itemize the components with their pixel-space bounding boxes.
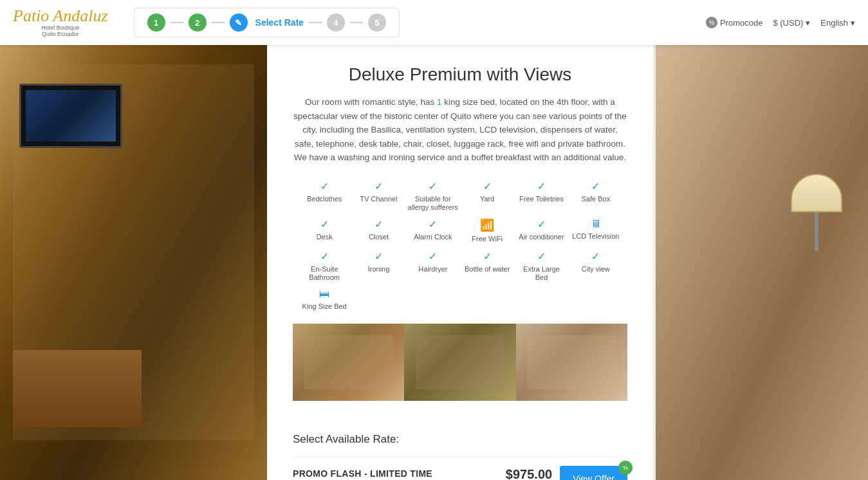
logo: Patio Andaluz Hotel BoutiqueQuito Ecuado… [13, 8, 108, 37]
step-2[interactable]: 2 [189, 14, 207, 32]
amenity-label: LCD Television [572, 232, 619, 241]
currency-label: $ (USD) [773, 18, 803, 28]
step-1[interactable]: 1 [147, 14, 165, 32]
bg-right [656, 45, 868, 480]
photos-row [293, 324, 627, 401]
rate-total-price: $975.00 [490, 467, 552, 480]
bed-icon: 🛏 [319, 288, 329, 300]
step-3[interactable]: ✎ [230, 14, 248, 32]
lcd-icon: 🖥 [591, 218, 601, 230]
amenity-ac: ✓ Air conditioner [516, 218, 566, 243]
step-5[interactable]: 5 [368, 14, 386, 32]
rate-info: PROMO FLASH - LIMITED TIME Flexible Canc… [293, 468, 482, 480]
promo-code-label: Promocode [720, 18, 762, 28]
amenity-label: En-Suite Bathroom [299, 265, 349, 282]
check-icon: ✓ [374, 218, 383, 230]
promo-icon: % [706, 17, 717, 28]
step-3-label: Select Rate [255, 17, 304, 28]
check-icon: ✓ [591, 250, 600, 263]
amenity-label: Air conditioner [519, 233, 564, 241]
amenity-label: Hairdryer [418, 265, 447, 273]
amenity-xlbed: ✓ Extra Large Bed [516, 250, 566, 282]
main-content: Deluxe Premium with Views Our room with … [267, 45, 653, 480]
rate-name: PROMO FLASH - LIMITED TIME [293, 468, 482, 479]
check-icon: ✓ [591, 180, 600, 192]
amenity-desk: ✓ Desk [299, 218, 349, 243]
room-description: Our room with romantic style, has 1 king… [293, 95, 627, 165]
check-icon: ✓ [320, 250, 329, 263]
amenity-label: Free Toiletries [519, 195, 564, 203]
step-dash-4 [350, 22, 363, 23]
amenity-toiletries: ✓ Free Toiletries [516, 180, 566, 212]
photo-thumb-3[interactable] [516, 324, 627, 401]
currency-selector[interactable]: $ (USD) ▾ [773, 18, 810, 28]
lang-label: English [820, 18, 848, 28]
amenity-closet: ✓ Closet [353, 218, 403, 243]
amenity-lcd: 🖥 LCD Television [571, 218, 621, 243]
amenity-kingbed: 🛏 King Size Bed [299, 288, 349, 311]
amenity-yard: ✓ Yard [462, 180, 512, 212]
amenity-ensuite: ✓ En-Suite Bathroom [299, 250, 349, 282]
check-icon: ✓ [374, 250, 383, 263]
rate-price-area: $975.00 $195.00 Per Night [490, 467, 552, 480]
amenity-label: Extra Large Bed [516, 265, 566, 282]
check-icon: ✓ [320, 180, 329, 192]
logo-text: Patio Andaluz [13, 8, 108, 24]
promo-code-link[interactable]: % Promocode [706, 17, 762, 28]
rate-section: Select Available Rate: PROMO FLASH - LIM… [267, 420, 653, 480]
check-icon: ✓ [429, 250, 437, 263]
lang-arrow-icon: ▾ [851, 18, 855, 28]
header-right: % Promocode $ (USD) ▾ English ▾ [706, 17, 855, 28]
progress-bar: 1 2 ✎ Select Rate 4 5 [134, 8, 400, 37]
amenity-label: Closet [369, 233, 389, 241]
bg-left [0, 45, 267, 480]
desc-part1: Our room with romantic style, has [305, 97, 437, 107]
photo-thumb-1[interactable] [293, 324, 404, 401]
amenity-label: Suitable for allergy sufferers [408, 195, 458, 212]
rate-section-title: Select Available Rate: [293, 433, 627, 446]
amenity-label: Free WiFi [472, 235, 503, 243]
room-title: Deluxe Premium with Views [293, 64, 627, 85]
amenity-allergy: ✓ Suitable for allergy sufferers [408, 180, 458, 212]
check-icon: ✓ [429, 180, 437, 192]
header: Patio Andaluz Hotel BoutiqueQuito Ecuado… [0, 0, 868, 45]
amenity-ironing: ✓ Ironing [353, 250, 403, 282]
amenity-label: Safe Box [582, 195, 611, 203]
step-dash-3 [309, 22, 322, 23]
amenity-label: Bedclothes [307, 195, 342, 203]
check-icon: ✓ [537, 218, 546, 230]
amenity-bedclothes: ✓ Bedclothes [299, 180, 349, 212]
wifi-icon: 📶 [480, 218, 494, 232]
step-4[interactable]: 4 [327, 14, 345, 32]
promo-badge: % [618, 461, 633, 475]
amenity-label: Bottle of water [465, 265, 510, 273]
check-icon: ✓ [374, 180, 383, 192]
check-icon: ✓ [320, 218, 329, 230]
amenity-label: TV Channel [360, 195, 397, 203]
amenity-label: Yard [480, 195, 494, 203]
amenity-water: ✓ Bottle of water [462, 250, 512, 282]
logo-subtext: Hotel BoutiqueQuito Ecuador [13, 24, 108, 37]
check-icon: ✓ [537, 250, 546, 263]
language-selector[interactable]: English ▾ [820, 18, 855, 28]
amenity-wifi: 📶 Free WiFi [462, 218, 512, 243]
amenities-grid: ✓ Bedclothes ✓ TV Channel ✓ Suitable for… [293, 180, 627, 311]
rate-row: PROMO FLASH - LIMITED TIME Flexible Canc… [293, 456, 627, 480]
amenity-cityview: ✓ City view [571, 250, 621, 282]
photo-thumb-2[interactable] [404, 324, 515, 401]
desc-part2: king size bed, located on the 4th floor,… [293, 97, 627, 162]
amenity-tv-channel: ✓ TV Channel [353, 180, 403, 212]
check-icon: ✓ [483, 180, 492, 192]
amenity-label: Desk [317, 233, 333, 241]
view-offer-button[interactable]: View Offer % [560, 466, 627, 480]
step-dash-2 [212, 22, 225, 23]
step-dash-1 [171, 22, 183, 23]
check-icon: ✓ [537, 180, 546, 192]
amenity-label: Alarm Clock [414, 233, 452, 241]
check-icon: ✓ [429, 218, 437, 230]
amenity-hairdryer: ✓ Hairdryer [408, 250, 458, 282]
amenity-alarm: ✓ Alarm Clock [408, 218, 458, 243]
page-wrapper: Deluxe Premium with Views Our room with … [0, 45, 868, 480]
amenity-safebox: ✓ Safe Box [571, 180, 621, 212]
amenity-label: King Size Bed [302, 302, 347, 311]
